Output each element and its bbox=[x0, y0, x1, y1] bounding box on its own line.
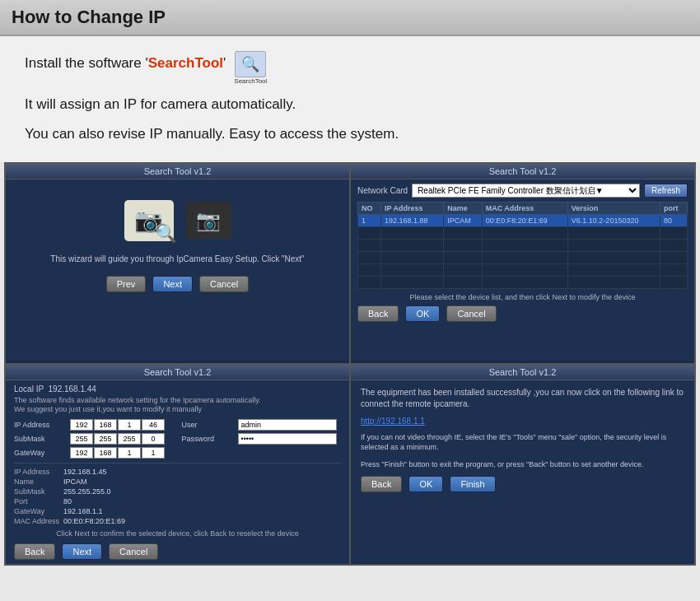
panel4-back-button[interactable]: Back bbox=[361, 476, 402, 492]
intro-line1: Install the software 'SearchTool' 🔍 Sear… bbox=[25, 51, 675, 85]
static-gw-label: GateWay bbox=[14, 507, 59, 515]
static-name-value: IPCAM bbox=[63, 478, 341, 486]
refresh-button[interactable]: Refresh bbox=[644, 184, 688, 198]
panel3-back-button[interactable]: Back bbox=[14, 543, 55, 560]
success-text: The equipment has been installed success… bbox=[361, 387, 684, 410]
panel2-back-button[interactable]: Back bbox=[357, 305, 399, 322]
table-row bbox=[358, 276, 688, 288]
panel2-device-list: Search Tool v1.2 Network Card Realtek PC… bbox=[350, 163, 695, 364]
searchtool-icon-box: 🔍 bbox=[235, 51, 266, 77]
panel1-content: 📷🔍 📷 This wizard will guide you through … bbox=[6, 179, 349, 361]
gw-seg2-input[interactable] bbox=[94, 447, 117, 459]
col-version: Version bbox=[567, 202, 660, 214]
submask-label: SubMask bbox=[14, 435, 68, 443]
panel3-ip-config: Search Tool v1.2 Local IP 192.168.1.44 T… bbox=[5, 364, 350, 565]
config-grid: IP Address SubMask bbox=[14, 419, 341, 459]
ip-seg3-input[interactable] bbox=[118, 419, 141, 431]
ip-input-group bbox=[70, 419, 165, 431]
sub-seg4-input[interactable] bbox=[142, 433, 165, 445]
panel4-finish-button[interactable]: Finish bbox=[450, 476, 495, 492]
password-input[interactable] bbox=[238, 433, 337, 445]
sub-seg3-input[interactable] bbox=[118, 433, 141, 445]
table-row bbox=[358, 226, 688, 239]
intro-text2: It will assign an IP for camera automati… bbox=[25, 95, 675, 114]
cell-version: V6.1.10.2-20150320 bbox=[567, 214, 660, 226]
static-port-value: 80 bbox=[63, 497, 341, 505]
panel2-info-text: Please select the device list, and then … bbox=[357, 293, 688, 301]
camera-icon1: 📷🔍 bbox=[124, 200, 174, 241]
device-table: NO IP Address Name MAC Address Version p… bbox=[357, 202, 688, 289]
col-mac: MAC Address bbox=[482, 202, 567, 214]
gw-seg1-input[interactable] bbox=[70, 447, 93, 459]
local-ip-text: Local IP 192.168.1.44 bbox=[14, 384, 341, 394]
col-ip: IP Address bbox=[380, 202, 443, 214]
panel1-cancel-button[interactable]: Cancel bbox=[199, 276, 249, 292]
ip-seg4-input[interactable] bbox=[142, 419, 165, 431]
panel2-ok-button[interactable]: OK bbox=[405, 305, 440, 322]
col-no: NO bbox=[358, 202, 381, 214]
ip-address-row: IP Address bbox=[14, 419, 174, 431]
network-card-select[interactable]: Realtek PCIe FE Family Controller 数聚信计划启… bbox=[412, 184, 640, 198]
camera-icons: 📷🔍 📷 bbox=[124, 200, 231, 241]
intro-section: Install the software 'SearchTool' 🔍 Sear… bbox=[0, 36, 700, 162]
ie-note: If you can not video through IE, select … bbox=[361, 432, 684, 453]
static-name-label: Name bbox=[14, 478, 59, 486]
config-left: IP Address SubMask bbox=[14, 419, 174, 459]
user-input[interactable] bbox=[238, 419, 337, 431]
page-header: How to Change IP bbox=[0, 0, 700, 36]
submask-row: SubMask bbox=[14, 433, 174, 445]
intro-text1: Install the software 'SearchTool' bbox=[25, 54, 226, 73]
ip-seg2-input[interactable] bbox=[94, 419, 117, 431]
table-row[interactable]: 1 192.168.1.88 IPCAM 00:E0:F8:20:E1:69 V… bbox=[358, 214, 688, 226]
panel1-prev-button[interactable]: Prev bbox=[106, 276, 147, 292]
page-title: How to Change IP bbox=[12, 7, 688, 28]
panel1-buttons: Prev Next Cancel bbox=[106, 276, 250, 292]
cell-no: 1 bbox=[358, 214, 381, 226]
panel3-buttons: Back Next Cancel bbox=[14, 543, 341, 560]
cell-mac: 00:E0:F8:20:E1:69 bbox=[482, 214, 567, 226]
table-row bbox=[358, 263, 688, 276]
ip-label: IP Address bbox=[14, 421, 68, 429]
static-sub-value: 255.255.255.0 bbox=[63, 487, 341, 496]
network-card-label: Network Card bbox=[357, 186, 408, 195]
col-name: Name bbox=[444, 202, 482, 214]
config-right: User Password bbox=[182, 419, 342, 459]
cell-name: IPCAM bbox=[444, 214, 482, 226]
intro-text3: You can also revise IP manually. Easy to… bbox=[25, 124, 675, 144]
panel3-cancel-button[interactable]: Cancel bbox=[109, 543, 158, 560]
static-mac-value: 00:E0:F8:20:E1:69 bbox=[63, 517, 341, 525]
panel1-wizard: Search Tool v1.2 logo 📷🔍 📷 This wizard w… bbox=[5, 163, 350, 364]
panel2-cancel-button[interactable]: Cancel bbox=[446, 305, 496, 322]
cell-ip: 192.168.1.88 bbox=[380, 214, 443, 226]
col-port: port bbox=[660, 202, 688, 214]
gateway-input-group bbox=[70, 447, 165, 459]
gw-seg4-input[interactable] bbox=[142, 447, 165, 459]
static-ip-value: 192.168.1.45 bbox=[63, 468, 341, 476]
sub-seg1-input[interactable] bbox=[70, 433, 93, 445]
panel1-next-button[interactable]: Next bbox=[152, 276, 193, 292]
click-next-text: Click Next to confirm the selected devic… bbox=[14, 529, 341, 539]
cell-port: 80 bbox=[660, 214, 688, 226]
panel3-next-button[interactable]: Next bbox=[62, 543, 102, 560]
device-link[interactable]: http://192.168.1.1 bbox=[361, 417, 684, 426]
finish-note: Press "Finish" button to exit the progra… bbox=[361, 459, 684, 470]
panel4-ok-button[interactable]: OK bbox=[408, 476, 443, 492]
user-row: User bbox=[182, 419, 342, 431]
camera-icon2: 📷 bbox=[186, 202, 231, 239]
static-info: IP Address 192.168.1.45 Name IPCAM SubMa… bbox=[14, 468, 341, 525]
config-divider bbox=[14, 463, 341, 464]
network-card-row: Network Card Realtek PCIe FE Family Cont… bbox=[357, 184, 688, 198]
soft-desc: The software finds available network set… bbox=[14, 396, 341, 415]
gw-seg3-input[interactable] bbox=[118, 447, 141, 459]
panel3-title: Search Tool v1.2 bbox=[6, 365, 349, 380]
panel4-buttons: Back OK Finish bbox=[361, 476, 684, 492]
sub-seg2-input[interactable] bbox=[94, 433, 117, 445]
searchtool-icon: 🔍 SearchTool bbox=[234, 51, 267, 85]
panel4-success: Search Tool v1.2 The equipment has been … bbox=[350, 364, 695, 565]
panel3-content: Local IP 192.168.1.44 The software finds… bbox=[6, 380, 349, 564]
submask-input-group bbox=[70, 433, 165, 445]
ip-seg1-input[interactable] bbox=[70, 419, 93, 431]
panel2-buttons: Back OK Cancel bbox=[357, 305, 688, 322]
table-row bbox=[358, 239, 688, 251]
gateway-label: GateWay bbox=[14, 449, 68, 457]
